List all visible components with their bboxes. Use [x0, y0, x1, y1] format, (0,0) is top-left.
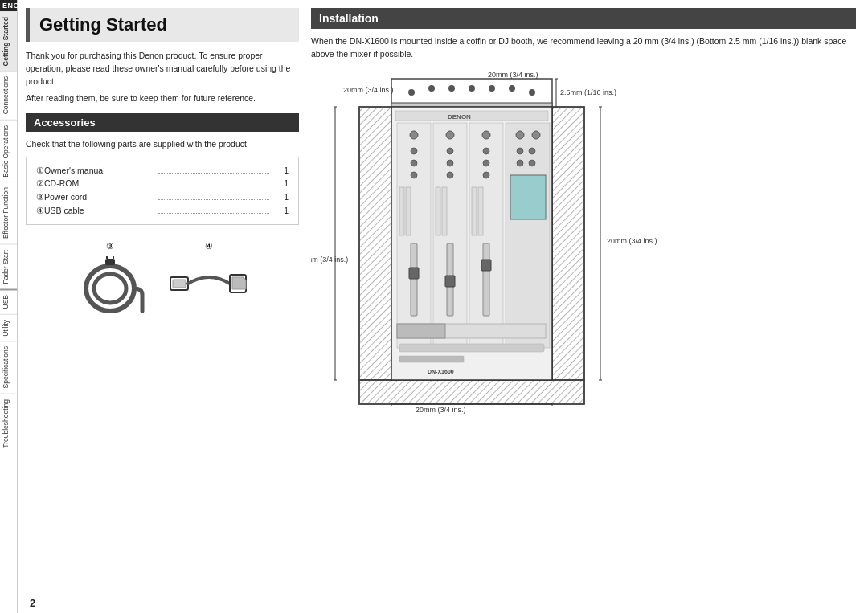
svg-text:DENON: DENON	[448, 113, 471, 121]
svg-rect-56	[406, 187, 411, 235]
page-number: 2	[18, 593, 868, 613]
part-dots-2	[158, 186, 269, 186]
english-label: ENGLISH	[0, 0, 17, 11]
accessories-section: Accessories Check that the following par…	[26, 113, 299, 323]
svg-point-41	[411, 148, 417, 154]
svg-point-38	[482, 131, 490, 139]
page-title: Getting Started	[39, 14, 289, 35]
svg-rect-70	[399, 356, 464, 362]
svg-rect-23	[359, 107, 391, 380]
usb-cable-illustration	[169, 255, 249, 315]
sidebar-item-utility[interactable]: Utility	[0, 314, 17, 341]
part-num-4: ④	[36, 204, 44, 218]
accessories-images: ③	[26, 233, 299, 323]
svg-point-15	[489, 85, 495, 92]
sidebar: ENGLISH Getting Started Connections Basi…	[0, 0, 18, 613]
svg-rect-61	[411, 243, 417, 316]
svg-point-45	[447, 160, 453, 166]
part-num-1: ①	[36, 164, 44, 178]
sidebar-item-fader-start[interactable]: Fader Start	[0, 244, 17, 289]
sidebar-item-usb[interactable]: USB	[0, 288, 17, 313]
sidebar-items: Getting Started Connections Basic Operat…	[0, 11, 17, 613]
accessories-check-text: Check that the following parts are suppl…	[26, 138, 299, 150]
svg-point-40	[532, 131, 540, 139]
sidebar-item-connections[interactable]: Connections	[0, 71, 17, 119]
mixer-diagram: 2.5mm (1/16 ins.) DENON	[311, 71, 657, 416]
svg-text:20mm (3/4 ins.): 20mm (3/4 ins.)	[311, 255, 348, 264]
svg-point-11	[408, 89, 415, 96]
svg-rect-69	[399, 344, 544, 352]
svg-point-52	[517, 160, 523, 166]
svg-rect-62	[409, 268, 419, 279]
part-qty-3: 1	[272, 190, 289, 204]
svg-point-46	[447, 172, 453, 178]
intro-text-1: Thank you for purchasing this Denon prod…	[26, 50, 299, 88]
svg-rect-6	[173, 280, 186, 288]
part-item-1: ① Owner's manual 1	[36, 164, 289, 178]
svg-rect-68	[397, 324, 445, 338]
sidebar-item-effector-function[interactable]: Effector Function	[0, 182, 17, 243]
sidebar-item-troubleshooting[interactable]: Troubleshooting	[0, 394, 17, 453]
svg-rect-60	[478, 187, 483, 235]
part-dots-4	[158, 213, 269, 214]
svg-point-14	[469, 85, 475, 92]
svg-rect-64	[445, 276, 455, 287]
svg-rect-65	[483, 243, 489, 316]
part-name-3: Power cord	[44, 190, 155, 204]
svg-text:20mm (3/4 ins.): 20mm (3/4 ins.)	[416, 406, 466, 414]
svg-point-49	[483, 172, 489, 178]
svg-point-51	[529, 148, 535, 154]
svg-rect-66	[481, 260, 491, 271]
svg-rect-59	[472, 187, 477, 235]
svg-point-37	[446, 131, 454, 139]
part-item-3: ③ Power cord 1	[36, 190, 289, 204]
part-qty-1: 1	[272, 164, 289, 178]
svg-point-12	[428, 85, 435, 92]
svg-point-17	[529, 89, 535, 96]
svg-point-47	[483, 148, 489, 154]
power-cord-label: ③	[106, 241, 114, 251]
svg-rect-25	[552, 107, 584, 380]
svg-point-16	[509, 85, 515, 92]
intro-text-2: After reading them, be sure to keep them…	[26, 92, 299, 105]
svg-text:20mm (3/4 ins.): 20mm (3/4 ins.)	[488, 71, 538, 79]
left-column: Getting Started Thank you for purchasing…	[26, 8, 299, 585]
accessories-heading: Accessories	[26, 113, 299, 132]
svg-point-36	[410, 131, 418, 139]
parts-list: ① Owner's manual 1 ② CD-ROM 1 ③ Power co…	[26, 157, 299, 225]
installation-heading: Installation	[311, 8, 856, 29]
part-num-2: ②	[36, 177, 44, 190]
mixer-diagram-container: 2.5mm (1/16 ins.) DENON	[311, 71, 856, 416]
svg-rect-54	[510, 175, 546, 219]
part-num-3: ③	[36, 190, 44, 204]
svg-point-50	[517, 148, 523, 154]
svg-point-48	[483, 160, 489, 166]
part-item-4: ④ USB cable 1	[36, 204, 289, 218]
svg-point-53	[529, 160, 535, 166]
part-dots-3	[158, 199, 269, 200]
svg-text:20mm (3/4 ins.): 20mm (3/4 ins.)	[607, 237, 657, 245]
part-qty-2: 1	[272, 177, 289, 190]
svg-text:20mm (3/4 ins.): 20mm (3/4 ins.)	[343, 86, 394, 94]
right-column: Installation When the DN-X1600 is mounte…	[311, 8, 856, 585]
part-item-2: ② CD-ROM 1	[36, 177, 289, 190]
usb-cable-label: ④	[205, 241, 213, 251]
part-qty-4: 1	[272, 204, 289, 218]
power-cord-illustration	[76, 255, 145, 315]
power-cord-section: ③	[76, 241, 145, 315]
page-title-block: Getting Started	[26, 8, 299, 42]
svg-text:2.5mm (1/16 ins.): 2.5mm (1/16 ins.)	[560, 88, 616, 96]
installation-text: When the DN-X1600 is mounted inside a co…	[311, 35, 856, 61]
svg-point-42	[411, 160, 417, 166]
svg-point-39	[516, 131, 524, 139]
sidebar-item-specifications[interactable]: Specifications	[0, 341, 17, 393]
sidebar-item-getting-started[interactable]: Getting Started	[0, 11, 17, 71]
svg-point-1	[94, 274, 126, 303]
svg-point-13	[448, 85, 455, 92]
part-dots-1	[158, 173, 269, 174]
sidebar-item-basic-operations[interactable]: Basic Operations	[0, 120, 17, 182]
part-name-2: CD-ROM	[44, 177, 155, 190]
svg-rect-55	[399, 187, 404, 235]
svg-point-43	[411, 172, 417, 178]
svg-rect-27	[359, 380, 584, 404]
